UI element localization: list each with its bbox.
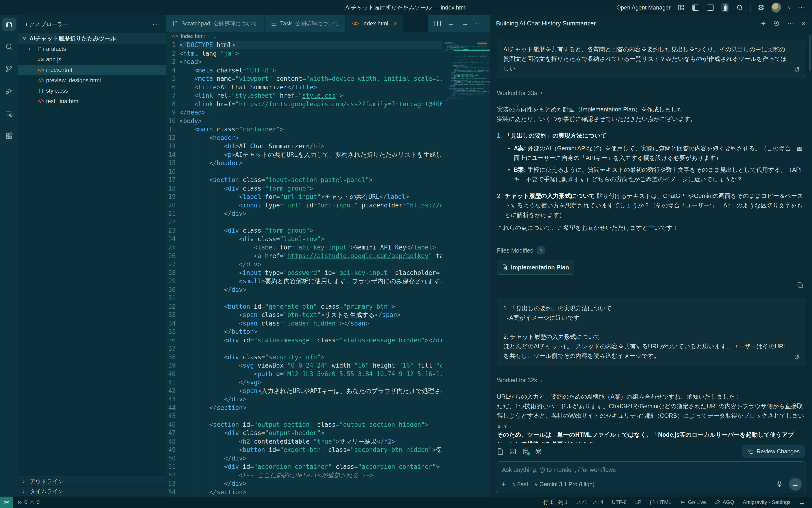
tab-index-html[interactable]: </>index.html× xyxy=(346,15,403,32)
agent-conversation[interactable]: AIチャット履歴を共有すると、各質問と回答の内容を要約した見出しをつくり、その見… xyxy=(490,32,812,443)
indentation[interactable]: スペース: 4 xyxy=(576,499,603,506)
code-line: 35 </button> xyxy=(180,328,442,336)
microphone-icon[interactable] xyxy=(776,480,783,488)
code-editor[interactable]: 1<!DOCTYPE html>2<html lang="ja">3<head>… xyxy=(166,41,442,497)
breadcrumb-more[interactable]: ... xyxy=(212,33,217,39)
history-icon[interactable] xyxy=(773,20,780,27)
line-number: 11 xyxy=(166,125,176,134)
tree-item-style-css[interactable]: { }style.css xyxy=(18,86,166,96)
encoding[interactable]: UTF-8 xyxy=(612,499,627,505)
source-control-icon[interactable] xyxy=(2,62,16,76)
line-number: 39 xyxy=(166,362,176,370)
close-panel-icon[interactable]: × xyxy=(801,19,806,28)
errors-icon: ⊗ xyxy=(17,499,22,505)
problems-indicator[interactable]: ⊗ 0 ⚠ 0 xyxy=(17,499,40,505)
editor-more-actions-icon[interactable]: ··· xyxy=(475,20,483,27)
bullet-item: •A案: 外部のAI（Gemini APIなど）を使用して、実際に質問と回答の内… xyxy=(508,143,805,163)
mode-selector[interactable]: ∧Fast xyxy=(512,481,528,488)
go-live-button[interactable]: Go Live xyxy=(680,499,706,505)
agent-panel-scrollbar[interactable] xyxy=(809,35,811,71)
add-context-button[interactable]: + xyxy=(501,480,506,489)
toggle-left-panel-icon[interactable] xyxy=(691,3,700,12)
agent-more-icon[interactable]: ⋯ xyxy=(787,19,794,28)
antigravity-settings-button[interactable]: Antigravity - Settings xyxy=(743,499,791,505)
worked-for-toggle[interactable]: Worked for 33s› xyxy=(497,88,805,98)
line-number: 40 xyxy=(166,370,176,379)
navigate-back-icon[interactable]: ← xyxy=(448,20,455,27)
code-line: 14 <p>AIチャットの共有URLを入力して、要約された折りたたみリストを生成… xyxy=(180,151,442,159)
tree-item-index-html[interactable]: </>index.html xyxy=(18,65,166,75)
agent-conversation-title: Building AI Chat History Summarizer xyxy=(496,20,596,27)
copy-icon[interactable] xyxy=(797,282,804,289)
more-actions-icon[interactable]: ⋯ xyxy=(797,3,806,12)
code-line: 5 <meta name="viewport" content="width=d… xyxy=(180,75,442,83)
search-icon[interactable] xyxy=(735,3,744,12)
tree-item-preview-designs-html[interactable]: </>preview_designs.html xyxy=(18,75,166,86)
toggle-right-panel-icon[interactable] xyxy=(721,3,729,12)
code-line: 40 <path d="M12 1L3 5v6c0 5.55 3.84 10.7… xyxy=(180,370,442,379)
chevron-down-icon[interactable]: ∨ xyxy=(787,5,791,10)
breadcrumb[interactable]: </> index.html › ... xyxy=(166,32,489,41)
undo-icon[interactable]: ↺ xyxy=(794,351,800,363)
artifact-file-icon[interactable] xyxy=(497,448,504,455)
navigate-forward-icon[interactable]: → xyxy=(462,20,468,27)
tab-scratchpad[interactable]: Scratchpad公開処理について xyxy=(166,15,264,32)
line-number: 37 xyxy=(166,344,176,353)
remote-explorer-icon[interactable] xyxy=(2,107,16,120)
review-changes-button[interactable]: Review Changes xyxy=(742,445,805,458)
code-line: 24 <div class="label-row"> xyxy=(180,235,442,244)
breadcrumb-file[interactable]: index.html xyxy=(181,33,205,39)
folder-icon xyxy=(36,46,46,52)
code-line: 38 <div class="security-info"> xyxy=(180,353,442,362)
language-mode[interactable]: { }HTML xyxy=(650,499,671,505)
knowledge-base-icon[interactable] xyxy=(522,448,529,455)
bell-icon[interactable] xyxy=(799,500,805,505)
sidebar-section-アウトライン[interactable]: ›アウトライン xyxy=(18,477,166,486)
files-modified-header[interactable]: Files Modified1 xyxy=(497,246,805,255)
model-selector[interactable]: ∧Gemini 3.1 Pro (High) xyxy=(534,481,594,488)
minimap[interactable]: <!DOCTYPE html><html lang="ja"><head> <m… xyxy=(442,41,489,497)
line-number: 22 xyxy=(166,218,176,227)
agent-input-box[interactable]: Ask anything, @ to mention, / for workfl… xyxy=(496,461,806,493)
explorer-icon[interactable] xyxy=(2,17,16,31)
html-file-icon: </> xyxy=(172,34,178,39)
gear-icon[interactable]: ⚙ xyxy=(757,3,765,12)
tree-item-artifacts[interactable]: ›artifacts xyxy=(18,44,166,54)
worked-label: Worked for 32s xyxy=(497,375,537,385)
browser-icon[interactable] xyxy=(535,448,542,455)
worked-for-toggle[interactable]: Worked for 32s› xyxy=(497,375,805,385)
implementation-plan-chip[interactable]: Implementation Plan xyxy=(497,260,574,275)
search-sidebar-icon[interactable] xyxy=(2,40,16,53)
tree-item-app-js[interactable]: JSapp.js xyxy=(18,54,166,65)
file-name: artifacts xyxy=(46,46,66,52)
extensions-icon[interactable] xyxy=(2,129,16,142)
terminal-icon[interactable] xyxy=(509,448,516,455)
document-icon xyxy=(502,264,508,270)
sidebar-section-タイムライン[interactable]: ›タイムライン xyxy=(18,486,166,497)
run-debug-icon[interactable] xyxy=(2,85,16,98)
toggle-bottom-panel-icon[interactable] xyxy=(706,3,715,12)
tab-task[interactable]: Task公開処理について xyxy=(265,15,346,32)
eol-sequence[interactable]: LF xyxy=(635,499,641,505)
avatar[interactable] xyxy=(771,3,781,12)
tree-root-folder[interactable]: ∨AIチャット履歴折りたたみツール xyxy=(18,33,166,44)
agq-button[interactable]: AGQ xyxy=(714,499,734,505)
open-agent-manager-button[interactable]: Open Agent Manager xyxy=(616,4,670,11)
file-name: test_jina.html xyxy=(46,98,80,104)
root-folder-name: AIチャット履歴折りたたみツール xyxy=(30,35,116,42)
explorer-more-actions-icon[interactable]: ··· xyxy=(152,20,160,28)
send-button[interactable]: → xyxy=(789,478,802,491)
line-number: 5 xyxy=(166,75,176,83)
undo-icon[interactable]: ↺ xyxy=(794,64,800,75)
code-line: 8 <link href="https://fonts.googleapis.c… xyxy=(180,100,442,109)
chevron-right-icon: › xyxy=(540,375,542,385)
new-conversation-icon[interactable]: + xyxy=(761,19,766,28)
tab-close-icon[interactable]: × xyxy=(393,20,397,27)
line-number: 31 xyxy=(166,294,176,302)
tree-item-test-jina-html[interactable]: </>test_jina.html xyxy=(18,96,166,107)
line-number: 34 xyxy=(166,319,176,328)
split-editor-icon[interactable] xyxy=(434,21,441,26)
customize-layout-icon[interactable] xyxy=(677,3,685,12)
remote-indicator[interactable]: >< xyxy=(0,497,13,508)
cursor-position[interactable]: 行 1、列 1 xyxy=(543,499,568,506)
